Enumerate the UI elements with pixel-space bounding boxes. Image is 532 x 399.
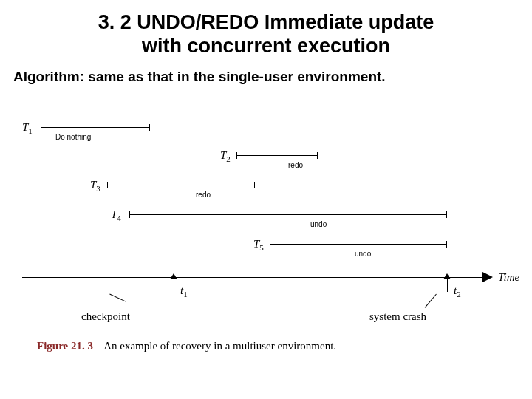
tx-label-t3: T3	[90, 179, 100, 193]
tx-label-t1: T1	[22, 121, 33, 135]
tx-action-t5: undo	[355, 250, 371, 258]
figure-number: Figure 21. 3	[37, 340, 93, 352]
title-line-1: 3. 2 UNDO/REDO Immediate update	[0, 10, 532, 34]
crash-pointer	[425, 294, 437, 308]
tx-label-t2: T2	[220, 149, 231, 163]
tx-bar-t1	[41, 127, 150, 128]
time-axis	[22, 277, 486, 278]
title-line-2: with concurrent execution	[0, 34, 532, 58]
figure-text: An example of recovery in a multiuser en…	[103, 340, 336, 352]
tx-bar-t3	[107, 185, 255, 185]
tx-action-t2: redo	[288, 161, 303, 169]
figure-caption: Figure 21. 3 An example of recovery in a…	[37, 340, 336, 352]
tx-bar-t5	[270, 244, 447, 245]
t1-marker: t1	[180, 284, 188, 299]
svg-marker-0	[482, 272, 493, 282]
checkpoint-pointer	[109, 294, 126, 302]
tx-action-t1: Do nothing	[55, 133, 91, 141]
tx-bar-t4	[129, 214, 447, 215]
time-label: Time	[498, 271, 519, 284]
svg-marker-2	[443, 273, 451, 279]
t2-marker: t2	[454, 284, 461, 299]
tx-action-t3: redo	[196, 191, 211, 199]
checkpoint-label: checkpoint	[81, 310, 130, 323]
algorithm-note: Algorithm: same as that in the single-us…	[0, 58, 532, 85]
tx-label-t5: T5	[253, 238, 264, 252]
leader-arrow-checkpoint	[170, 273, 177, 281]
tx-label-t4: T4	[111, 208, 121, 222]
leader-arrow-crash	[443, 273, 451, 281]
timeline-diagram: T1 Do nothing T2 redo T3 redo T4 undo T5…	[22, 126, 510, 355]
svg-marker-1	[170, 273, 177, 279]
crash-label: system crash	[369, 310, 426, 323]
slide-title: 3. 2 UNDO/REDO Immediate update with con…	[0, 0, 532, 58]
arrowhead-icon	[482, 272, 496, 282]
tx-action-t4: undo	[310, 220, 327, 228]
tx-bar-t2	[236, 155, 318, 156]
